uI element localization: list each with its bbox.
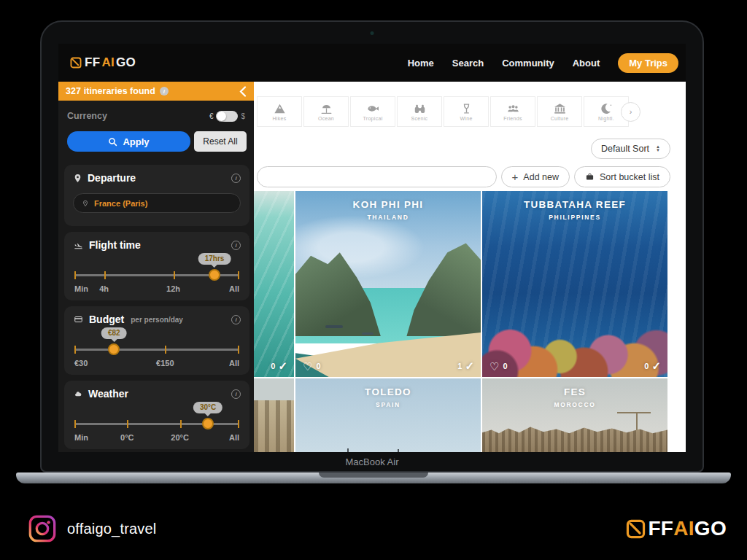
slider-label: Min: [74, 284, 88, 293]
card-title: TUBBATAHA REEF: [482, 199, 667, 210]
results-banner: 327 itineraries found i: [58, 82, 254, 101]
weather-slider-track[interactable]: [74, 423, 239, 425]
destination-card-koh-phi-phi[interactable]: KOH PHI PHI THAILAND ♡ 0 1 ✓: [295, 191, 481, 377]
categories-next-button[interactable]: ›: [621, 102, 640, 122]
credit-card-icon: [73, 315, 84, 324]
destination-card-fes[interactable]: FES MOROCCO: [482, 378, 667, 452]
results-count: 327: [66, 86, 81, 96]
nav-search[interactable]: Search: [452, 58, 484, 69]
heart-icon: ♡: [303, 361, 312, 372]
flight-time-section: Flight time i 17hrs Min 4h: [64, 232, 249, 300]
moon-icon: [600, 103, 614, 114]
people-group-icon: [506, 103, 520, 114]
budget-value-bubble: €82: [101, 327, 127, 339]
stage: FFAIGO Home Search Community About My Tr…: [0, 0, 747, 560]
mountain-icon: [273, 103, 287, 114]
category-tropical[interactable]: Tropical: [350, 96, 395, 127]
flight-time-value-bubble: 17hrs: [198, 253, 231, 265]
logo-text-1: FF: [648, 517, 673, 540]
results-text: itineraries found: [84, 86, 155, 96]
binoculars-icon: [413, 103, 427, 114]
departure-input[interactable]: France (Paris): [73, 193, 241, 213]
nav-community[interactable]: Community: [502, 58, 554, 69]
likes-counter[interactable]: ♡ 0: [489, 361, 508, 372]
apply-button[interactable]: Apply: [67, 131, 190, 152]
destination-card-tubbataha-reef[interactable]: TUBBATAHA REEF PHILIPPINES ♡ 0 0: [482, 191, 667, 377]
weather-slider: 30°C Min 0°C 20°C All: [74, 401, 239, 445]
add-new-button[interactable]: + Add new: [501, 166, 570, 187]
card-image-ocean: [254, 191, 294, 377]
card-image-ruins: [254, 378, 294, 452]
card-title: KOH PHI PHI: [295, 199, 481, 210]
slider-label: All: [229, 433, 239, 442]
check-icon: ✓: [465, 359, 474, 373]
likes-counter[interactable]: ♡ 0: [303, 361, 321, 372]
category-wine[interactable]: Wine: [444, 96, 489, 127]
slider-tick: [74, 271, 76, 279]
nav-home[interactable]: Home: [408, 58, 434, 69]
nav-links: Home Search Community About My Trips: [408, 53, 678, 73]
reset-all-button[interactable]: Reset All: [194, 131, 247, 152]
destination-card-partial[interactable]: 0 ✓: [254, 191, 294, 377]
slider-label: 20°C: [171, 433, 189, 442]
check-icon: ✓: [278, 359, 287, 373]
cloud-icon: [73, 390, 83, 398]
slider-tick: [174, 271, 175, 279]
device-label: MacBook Air: [42, 456, 703, 467]
selected-count: 0: [644, 362, 649, 370]
selected-count: 0: [271, 362, 275, 370]
card-subtitle: PHILIPPINES: [482, 214, 667, 221]
weather-info-icon[interactable]: i: [231, 389, 241, 399]
category-ocean[interactable]: Ocean: [303, 96, 349, 127]
instagram-handle: offaigo_travel: [67, 521, 157, 537]
departure-section: Departure i France (Paris): [64, 165, 249, 226]
slider-tick: [74, 420, 76, 428]
category-hikes[interactable]: Hikes: [257, 96, 302, 127]
departure-info-icon[interactable]: i: [231, 174, 241, 183]
destination-card-toledo[interactable]: TOLEDO SPAIN: [295, 378, 481, 452]
category-culture[interactable]: Culture: [537, 96, 582, 127]
category-scenic[interactable]: Scenic: [397, 96, 442, 127]
sort-dropdown[interactable]: Default Sort ▲▼: [591, 139, 670, 159]
destination-search-input[interactable]: [257, 166, 497, 187]
budget-info-icon[interactable]: i: [231, 315, 241, 324]
sort-arrows-icon: ▲▼: [656, 145, 660, 152]
weather-slider-knob[interactable]: [202, 418, 214, 429]
sort-bucket-list-button[interactable]: Sort bucket list: [574, 166, 670, 187]
nav-about[interactable]: About: [573, 58, 600, 69]
slider-tick: [238, 346, 239, 354]
currency-label: Currency: [67, 111, 107, 121]
chevron-left-icon: [239, 86, 247, 97]
currency-toggle[interactable]: [216, 111, 238, 122]
fish-icon: [366, 103, 380, 114]
offaigo-logo[interactable]: FFAIGO: [70, 55, 136, 70]
nav-my-trips-button[interactable]: My Trips: [618, 53, 678, 73]
flight-time-slider-knob[interactable]: [209, 269, 220, 281]
currency-euro-symbol: €: [209, 112, 214, 120]
search-row: + Add new Sort bucket list: [257, 166, 670, 187]
slider-tick: [165, 346, 166, 354]
beach-umbrella-icon: [320, 103, 333, 114]
budget-slider-knob[interactable]: [108, 343, 120, 355]
currency-toggle-knob[interactable]: [217, 112, 226, 121]
webcam: [371, 31, 374, 35]
category-friends[interactable]: Friends: [490, 96, 535, 127]
main-content: Hikes Ocean: [254, 82, 686, 452]
results-info-icon[interactable]: i: [160, 87, 169, 96]
budget-slider-track[interactable]: [74, 349, 239, 351]
destination-card-partial[interactable]: [254, 378, 294, 452]
budget-subtitle: per person/day: [131, 316, 183, 324]
flight-time-info-icon[interactable]: i: [231, 241, 241, 250]
slider-label: 4h: [99, 284, 109, 293]
sort-row: Default Sort ▲▼: [257, 139, 670, 159]
slider-label: €30: [74, 359, 88, 368]
sort-dropdown-value: Default Sort: [601, 144, 649, 154]
wine-glass-icon: [460, 103, 473, 114]
weather-section: Weather i 30°C Min 0°C: [64, 381, 249, 449]
offaigo-logo-icon: [626, 519, 646, 539]
slider-label: Min: [74, 433, 88, 442]
sidebar-collapse-button[interactable]: [239, 86, 247, 97]
destination-grid: 0 ✓: [254, 191, 670, 452]
slider-tick: [127, 420, 128, 428]
slider-label: 0°C: [120, 433, 133, 442]
